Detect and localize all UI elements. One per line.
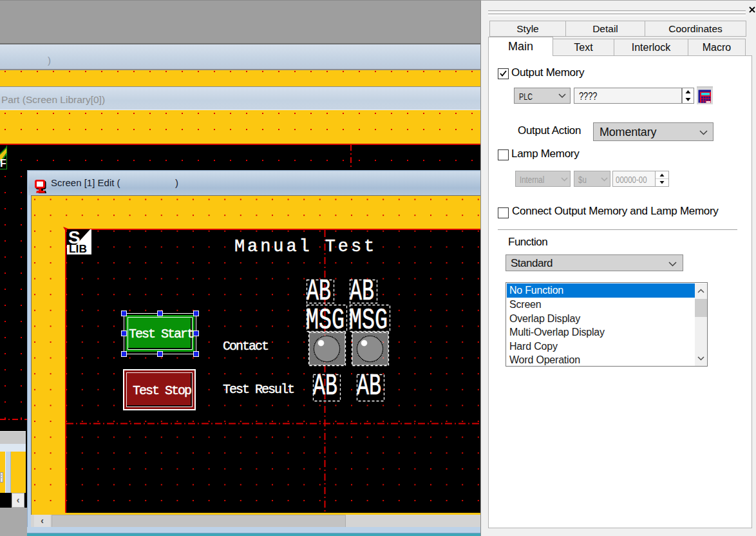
- svg-text:F: F: [0, 158, 6, 169]
- svg-text:AB: AB: [313, 370, 337, 403]
- svg-text:MSG: MSG: [349, 304, 388, 338]
- svg-text:MSG: MSG: [306, 304, 345, 338]
- svg-text:AB: AB: [357, 370, 381, 403]
